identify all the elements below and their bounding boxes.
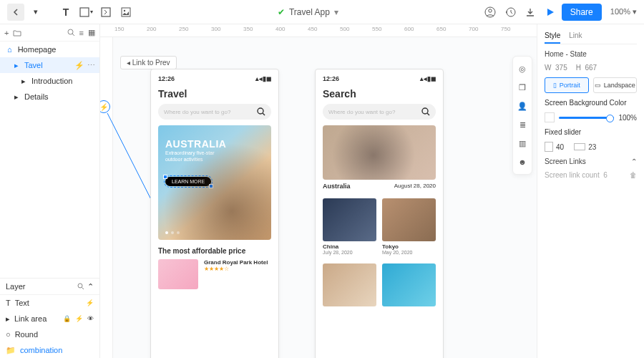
zoom-control[interactable]: 100% ▾ [605, 7, 637, 16]
hotel-name: Grand Royal Park Hotel [204, 259, 268, 266]
result-card[interactable]: China July 28, 2020 [323, 198, 376, 255]
tree-item[interactable]: ▸Tavel⚡⋯ [0, 57, 99, 73]
portrait-button[interactable]: ▯ Portrait [545, 77, 589, 93]
opacity-slider[interactable] [559, 117, 614, 119]
person-icon[interactable]: 👤 [516, 100, 529, 112]
page-tree: ⌂Homepage▸Tavel⚡⋯▸Introduction▸Details [0, 42, 99, 105]
ruler-mark: 250 [179, 26, 188, 32]
target-icon[interactable]: ◎ [516, 62, 529, 75]
svg-point-7 [68, 29, 73, 34]
history-icon[interactable] [502, 4, 519, 21]
link-to-prev-pill[interactable]: ◂ Link to Prev [120, 56, 177, 69]
card-thumb [382, 198, 436, 241]
screen-link-count: Screen link count 6 🗑 [545, 171, 637, 179]
shape-tool[interactable]: ▾ [77, 4, 94, 21]
document-title[interactable]: ✔ Travel App ▾ [137, 7, 479, 17]
svg-rect-1 [102, 8, 110, 16]
card-thumb [323, 198, 376, 241]
image-tool[interactable] [117, 4, 135, 21]
pager-dots [165, 231, 180, 234]
eye-icon[interactable]: 👁 [87, 315, 94, 322]
bolt-icon[interactable]: ⚡ [74, 61, 84, 70]
layer-panel-title: Layer [6, 282, 26, 291]
color-swatch[interactable] [545, 112, 555, 122]
canvas[interactable]: ⚡ ◂ Link to Prev 12:26▴◂▮◼ Travel Where … [100, 37, 537, 358]
search-icon[interactable] [67, 29, 75, 37]
result-card[interactable] [382, 263, 436, 306]
text-tool[interactable]: T [57, 4, 74, 21]
result-hero[interactable] [323, 125, 436, 180]
tab-style[interactable]: Style [545, 29, 560, 44]
bolt-icon[interactable]: ⚡ [86, 299, 94, 306]
dimensions: W 375 H 667 [545, 64, 637, 72]
layer-item[interactable]: ○Round [0, 326, 99, 342]
search-input[interactable]: Where do you want to go? [158, 104, 271, 120]
ruler-mark: 200 [147, 26, 156, 32]
artboard-search[interactable]: 12:26▴◂▮◼ Search Where do you want to go… [315, 69, 444, 358]
search-input[interactable]: Where do you want to go? [323, 104, 436, 120]
tree-item[interactable]: ▸Introduction [0, 73, 99, 89]
hero-subtitle: Extraordinary five-star outdoor activiti… [165, 150, 230, 163]
share-button[interactable]: Share [562, 4, 602, 21]
tree-item[interactable]: ▸Details [0, 89, 99, 105]
layer-item[interactable]: 📁combination [0, 342, 99, 358]
trash-icon[interactable]: 🗑 [630, 171, 637, 179]
fixed-slider-label: Fixed slider [545, 128, 637, 136]
folder-icon[interactable] [13, 29, 21, 37]
lock-icon[interactable]: 🔒 [63, 315, 71, 322]
list-view-icon[interactable]: ≡ [79, 29, 84, 37]
bolt-icon[interactable]: ⚡ [75, 315, 83, 322]
layout-icon[interactable]: ▥ [516, 137, 529, 150]
hero-card[interactable]: AUSTRALIA Extraordinary five-star outdoo… [158, 125, 271, 240]
layer-panel-header: Layer ⌃ [0, 278, 99, 295]
card-date: May 20, 2020 [382, 250, 436, 255]
back-button[interactable] [7, 4, 24, 21]
more-icon[interactable]: ⋯ [87, 61, 95, 70]
screen-links-header[interactable]: Screen Links⌃ [545, 158, 637, 165]
ruler-mark: 500 [340, 26, 349, 32]
result-card[interactable] [323, 263, 376, 306]
search-icon[interactable] [77, 283, 84, 290]
breadcrumb: Home - State [545, 50, 637, 58]
tree-item[interactable]: ⌂Homepage [0, 42, 99, 57]
result-card[interactable]: Tokyo May 20, 2020 [382, 198, 436, 255]
component-tool[interactable] [97, 4, 114, 21]
learn-more-button[interactable]: LEARN MORE [165, 177, 211, 186]
fixed-portrait-value[interactable]: 40 [556, 143, 564, 151]
bgcolor-row: 100% [545, 112, 637, 122]
dropdown-caret[interactable]: ▾ [27, 4, 44, 21]
rating-stars: ★★★★☆ [204, 266, 268, 272]
emoji-icon[interactable]: ☻ [516, 155, 529, 168]
card-thumb [382, 263, 436, 306]
play-button[interactable] [542, 4, 559, 21]
fixed-landscape-value[interactable]: 23 [588, 143, 596, 151]
height-value[interactable]: 667 [585, 64, 597, 72]
artboard-travel[interactable]: 12:26▴◂▮◼ Travel Where do you want to go… [150, 69, 279, 358]
interaction-badge[interactable]: ⚡ [100, 100, 110, 113]
search-placeholder: Where do you want to go? [164, 109, 230, 115]
download-icon[interactable] [522, 4, 539, 21]
tab-link[interactable]: Link [569, 29, 582, 44]
top-toolbar: ▾ T ▾ ✔ Travel App ▾ Share 100% ▾ [0, 0, 644, 24]
layer-item[interactable]: ▸Link area🔒⚡👁 [0, 311, 99, 326]
opacity-value[interactable]: 100% [618, 114, 637, 122]
layer-item[interactable]: TText⚡ [0, 295, 99, 311]
landscape-icon [574, 143, 585, 150]
landscape-button[interactable]: ▭ Landspace [593, 77, 638, 93]
page-icon: ▸ [14, 92, 19, 102]
avatar-icon[interactable] [482, 4, 499, 21]
home-icon: ⌂ [7, 45, 12, 54]
fixed-slider-values: 40 23 [545, 142, 637, 152]
sync-check-icon: ✔ [278, 7, 285, 17]
hotel-row[interactable]: Grand Royal Park Hotel ★★★★☆ [158, 259, 271, 289]
add-icon[interactable]: + [4, 29, 9, 37]
search-placeholder: Where do you want to go? [328, 109, 395, 115]
list-icon[interactable]: ≣ [516, 118, 529, 131]
collapse-icon[interactable]: ⌃ [87, 282, 94, 291]
canvas-area: 150200250300350400450500550600650700750 … [100, 24, 537, 358]
width-value[interactable]: 375 [555, 64, 567, 72]
card-thumb [323, 263, 376, 306]
ruler-mark: 300 [211, 26, 220, 32]
cube-icon[interactable]: ❒ [516, 81, 529, 94]
grid-view-icon[interactable]: ▦ [88, 28, 95, 37]
